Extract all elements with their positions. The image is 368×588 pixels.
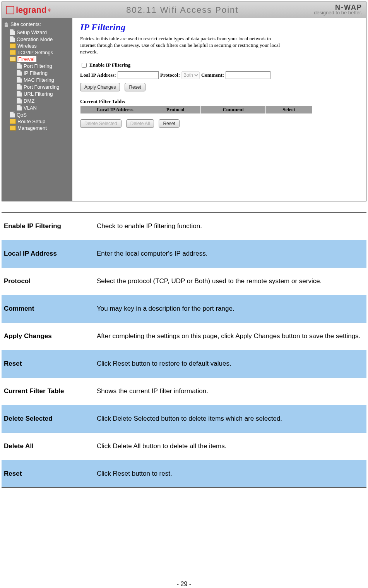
delete-all-button[interactable]: Delete All — [126, 119, 154, 128]
page-icon — [10, 29, 15, 35]
def-label: Current Filter Table — [4, 385, 97, 398]
def-desc: Click Delete Selected button to delete i… — [97, 412, 364, 425]
sidebar-item-setup-wizard[interactable]: Setup Wizard — [10, 29, 71, 36]
def-label: Reset — [4, 357, 97, 370]
def-label: Local IP Address — [4, 247, 97, 260]
def-desc: Check to enable IP filtering function. — [97, 220, 364, 233]
logo: legrand® — [6, 5, 51, 15]
folder-icon — [10, 126, 16, 131]
def-row: Current Filter TableShows the current IP… — [2, 378, 366, 405]
folder-icon — [10, 43, 16, 48]
sidebar-item-port-filtering[interactable]: Port Filtering — [17, 62, 71, 69]
sidebar-item-qos[interactable]: QoS — [10, 111, 71, 118]
filter-table-title: Current Filter Table: — [80, 98, 358, 105]
def-row: Apply ChangesAfter completing the settin… — [2, 323, 366, 350]
intro-text: Entries in this table are used to restri… — [80, 36, 281, 55]
folder-icon — [10, 50, 16, 55]
page-icon — [17, 98, 22, 104]
page-icon — [17, 91, 22, 97]
sidebar-item-vlan[interactable]: VLAN — [17, 104, 71, 111]
def-label: Comment — [4, 302, 97, 315]
def-row: Enable IP FilteringCheck to enable IP fi… — [2, 213, 366, 240]
folder-open-icon — [10, 57, 16, 62]
ip-row: Loal IP Address: Protocol: Both Comment: — [80, 71, 358, 79]
page-icon — [17, 84, 22, 90]
topbar: legrand® 802.11 Wifi Access Point N-WAP … — [2, 2, 366, 18]
def-row: ProtocolSelect the protocol (TCP, UDP or… — [2, 268, 366, 295]
th-local-ip: Local IP Address — [80, 105, 150, 113]
local-ip-input[interactable] — [118, 71, 159, 79]
site-contents-title: Site contents: — [3, 21, 71, 29]
def-row: ResetClick Reset button to rest. — [2, 460, 366, 487]
sidebar-item-dmz[interactable]: DMZ — [17, 97, 71, 104]
def-label: Enable IP Filtering — [4, 220, 97, 233]
def-label: Protocol — [4, 275, 97, 288]
content-heading: IP Filtering — [80, 22, 358, 33]
sidebar-item-route-setup[interactable]: Route Setup — [10, 118, 71, 125]
page-icon — [17, 105, 22, 111]
reset2-button[interactable]: Reset — [159, 119, 179, 128]
sidebar-item-url-filtering[interactable]: URL Filtering — [17, 90, 71, 97]
sidebar-item-port-forwarding[interactable]: Port Forwarding — [17, 83, 71, 90]
page-title: 802.11 Wifi Access Point — [126, 5, 238, 15]
sidebar-item-tcpip[interactable]: TCP/IP Settings — [10, 49, 71, 56]
enable-ip-filtering-checkbox[interactable] — [82, 63, 87, 68]
protocol-label: Protocol: — [160, 72, 180, 78]
sidebar-item-ip-filtering[interactable]: IP Filtering — [17, 69, 71, 76]
page-icon — [10, 36, 15, 42]
def-row: Local IP AddressEnter the local computer… — [2, 240, 366, 268]
def-row: CommentYou may key in a description for … — [2, 295, 366, 323]
th-select: Select — [266, 105, 312, 113]
enable-row: Enable IP Filtering — [80, 62, 358, 69]
filter-table: Local IP Address Protocol Comment Select — [80, 105, 312, 114]
logo-text: legrand — [16, 5, 46, 15]
def-label: Delete All — [4, 440, 97, 453]
brand-slogan: designed to be better. — [314, 10, 362, 15]
brand-right: N-WAP designed to be better. — [314, 5, 362, 15]
def-row: ResetClick Reset button to restore to de… — [2, 350, 366, 378]
page-icon — [17, 63, 22, 69]
sidebar-item-firewall[interactable]: Firewall — [10, 56, 71, 62]
def-desc: Enter the local computer's IP address. — [97, 247, 364, 260]
def-label: Apply Changes — [4, 330, 97, 343]
logo-square-icon — [6, 6, 14, 14]
def-label: Reset — [4, 467, 97, 480]
apply-changes-button[interactable]: Apply Changes — [80, 83, 120, 91]
reset-button[interactable]: Reset — [125, 83, 145, 91]
th-comment: Comment — [201, 105, 266, 113]
home-icon — [3, 22, 9, 27]
def-row: Delete AllClick Delete All button to del… — [2, 433, 366, 460]
def-desc: You may key in a description for the por… — [97, 302, 364, 315]
delete-selected-button[interactable]: Delete Selected — [80, 119, 122, 128]
local-ip-label: Loal IP Address: — [80, 72, 116, 78]
definitions-table: Enable IP FilteringCheck to enable IP fi… — [2, 212, 366, 488]
router-screenshot: legrand® 802.11 Wifi Access Point N-WAP … — [2, 2, 366, 201]
def-desc: After completing the settings on this pa… — [97, 330, 364, 343]
def-label: Delete Selected — [4, 412, 97, 425]
def-row: Delete SelectedClick Delete Selected but… — [2, 405, 366, 433]
sidebar-item-management[interactable]: Management — [10, 125, 71, 131]
comment-label: Comment: — [201, 72, 224, 78]
sidebar-item-wireless[interactable]: Wireless — [10, 43, 71, 49]
def-desc: Click Delete All button to delete all th… — [97, 440, 364, 453]
page-icon — [17, 77, 22, 83]
sidebar: Site contents: Setup Wizard Operation Mo… — [2, 18, 72, 201]
def-desc: Shows the current IP filter information. — [97, 385, 364, 398]
brand-name: N-WAP — [314, 5, 362, 10]
sidebar-item-operation-mode[interactable]: Operation Mode — [10, 36, 71, 43]
def-desc: Click Reset button to restore to default… — [97, 357, 364, 370]
protocol-select[interactable]: Both — [181, 71, 200, 79]
enable-label: Enable IP Filtering — [89, 62, 130, 68]
th-protocol: Protocol — [150, 105, 201, 113]
content-panel: IP Filtering Entries in this table are u… — [72, 18, 366, 201]
comment-input[interactable] — [226, 71, 270, 79]
folder-icon — [10, 119, 16, 124]
page-icon — [17, 70, 22, 76]
page-icon — [10, 112, 15, 118]
sidebar-item-mac-filtering[interactable]: MAC Filtering — [17, 76, 71, 83]
def-desc: Select the protocol (TCP, UDP or Both) u… — [97, 275, 364, 288]
def-desc: Click Reset button to rest. — [97, 467, 364, 480]
page-number: - 29 - — [2, 581, 366, 588]
